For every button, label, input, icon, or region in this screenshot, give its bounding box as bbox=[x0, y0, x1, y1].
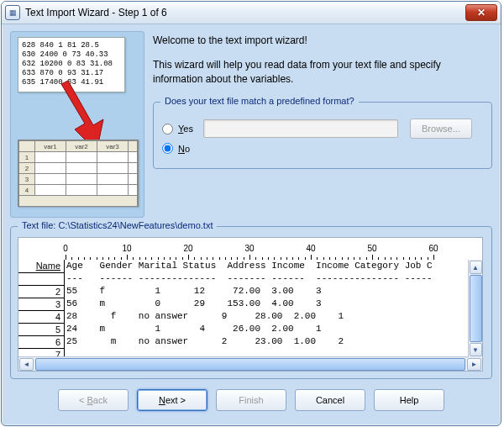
dialog-content: 628 840 1 81 28.5 630 2400 0 73 40.33 63… bbox=[2, 24, 501, 418]
format-legend: Does your text file match a predefined f… bbox=[160, 96, 359, 106]
illus-line: 633 870 0 93 31.17 bbox=[22, 69, 121, 78]
radio-yes[interactable] bbox=[162, 124, 173, 134]
illus-line: 628 840 1 81 28.5 bbox=[22, 41, 121, 50]
illus-row: 3 bbox=[19, 174, 35, 185]
row-number: 3 bbox=[18, 298, 64, 311]
ruler-label: 60 bbox=[428, 244, 438, 253]
preview-body: Name 2 3 4 5 6 7 Age Gender Marital Stat… bbox=[18, 260, 482, 356]
ruler-track: 0102030405060 bbox=[66, 238, 482, 260]
row-header-blank bbox=[18, 273, 64, 286]
row-number: 4 bbox=[18, 311, 64, 324]
ruler: 0102030405060 bbox=[18, 238, 482, 260]
help-button[interactable]: Help bbox=[374, 389, 444, 411]
row-headers: Name 2 3 4 5 6 7 bbox=[18, 260, 65, 356]
illus-col: var2 bbox=[66, 141, 97, 152]
file-preview-fieldset: Text file: C:\Statistics24\NewFeatures\d… bbox=[10, 226, 492, 379]
scroll-up-icon[interactable]: ▲ bbox=[470, 261, 482, 274]
row-header-name: Name bbox=[18, 260, 64, 273]
row-number: 2 bbox=[18, 286, 64, 298]
horizontal-scrollbar[interactable]: ◄ ► bbox=[18, 356, 482, 371]
radio-yes-label[interactable]: Yes bbox=[178, 124, 193, 134]
illustration-panel: 628 840 1 81 28.5 630 2400 0 73 40.33 63… bbox=[10, 31, 144, 218]
data-area[interactable]: Age Gender Marital Status Address Income… bbox=[65, 260, 482, 356]
ruler-label: 40 bbox=[306, 244, 315, 253]
scroll-down-icon[interactable]: ▼ bbox=[470, 343, 482, 356]
dialog-window: ▦ Text Import Wizard - Step 1 of 6 ✕ 628… bbox=[1, 1, 501, 426]
radio-no-label[interactable]: No bbox=[178, 144, 190, 154]
window-title: Text Import Wizard - Step 1 of 6 bbox=[25, 7, 167, 18]
illus-line: 630 2400 0 73 40.33 bbox=[22, 50, 121, 60]
illus-col: var3 bbox=[97, 141, 129, 152]
cancel-button[interactable]: Cancel bbox=[295, 389, 365, 411]
row-number: 5 bbox=[18, 324, 64, 336]
next-button[interactable]: Next > bbox=[137, 389, 207, 411]
scroll-right-icon[interactable]: ► bbox=[467, 358, 481, 371]
radio-no[interactable] bbox=[162, 143, 173, 154]
finish-button[interactable]: Finish bbox=[216, 389, 286, 411]
illustration-textfile: 628 840 1 81 28.5 630 2400 0 73 40.33 63… bbox=[18, 37, 125, 92]
file-preview: 0102030405060 Name 2 3 4 5 6 7 Age Gende… bbox=[18, 237, 483, 372]
scroll-thumb[interactable] bbox=[35, 358, 465, 371]
close-icon: ✕ bbox=[477, 7, 486, 18]
back-button[interactable]: < Back bbox=[58, 389, 129, 411]
upper-panel: 628 840 1 81 28.5 630 2400 0 73 40.33 63… bbox=[10, 31, 492, 218]
row-number: 6 bbox=[18, 336, 64, 349]
illustration-grid: var1 var2 var3 1 2 3 4 bbox=[18, 140, 139, 207]
button-row: < Back Next > Finish Cancel Help bbox=[10, 389, 492, 411]
ruler-label: 10 bbox=[122, 244, 131, 253]
radio-yes-row: Yes Browse... bbox=[162, 119, 483, 139]
titlebar[interactable]: ▦ Text Import Wizard - Step 1 of 6 ✕ bbox=[2, 2, 501, 24]
illus-line: 632 10200 0 83 31.08 bbox=[22, 60, 121, 69]
radio-no-row: No bbox=[162, 143, 483, 154]
app-icon: ▦ bbox=[5, 5, 20, 20]
illus-row: 1 bbox=[19, 152, 35, 163]
ruler-label: 20 bbox=[183, 244, 192, 253]
format-path-input[interactable] bbox=[203, 119, 398, 138]
illus-line: 635 17400 83 41.91 bbox=[22, 78, 121, 87]
file-path: C:\Statistics24\NewFeatures\demo.txt bbox=[58, 220, 213, 230]
welcome-heading: Welcome to the text import wizard! bbox=[153, 34, 492, 46]
intro-description: This wizard will help you read data from… bbox=[153, 58, 492, 87]
scroll-thumb[interactable] bbox=[470, 275, 482, 342]
ruler-label: 0 bbox=[63, 244, 68, 253]
file-legend: Text file: C:\Statistics24\NewFeatures\d… bbox=[18, 220, 217, 230]
file-legend-prefix: Text file: bbox=[22, 220, 55, 230]
ruler-label: 30 bbox=[244, 244, 254, 253]
illus-row: 4 bbox=[19, 185, 35, 196]
illus-row: 2 bbox=[19, 163, 35, 174]
close-button[interactable]: ✕ bbox=[465, 4, 497, 21]
ruler-label: 50 bbox=[367, 244, 376, 253]
format-fieldset: Does your text file match a predefined f… bbox=[153, 102, 492, 169]
intro-panel: Welcome to the text import wizard! This … bbox=[153, 31, 492, 218]
browse-button[interactable]: Browse... bbox=[410, 119, 472, 139]
scroll-left-icon[interactable]: ◄ bbox=[19, 358, 34, 371]
illus-col: var1 bbox=[35, 141, 66, 152]
row-number: 7 bbox=[18, 349, 64, 356]
vertical-scrollbar[interactable]: ▲ ▼ bbox=[468, 260, 482, 357]
